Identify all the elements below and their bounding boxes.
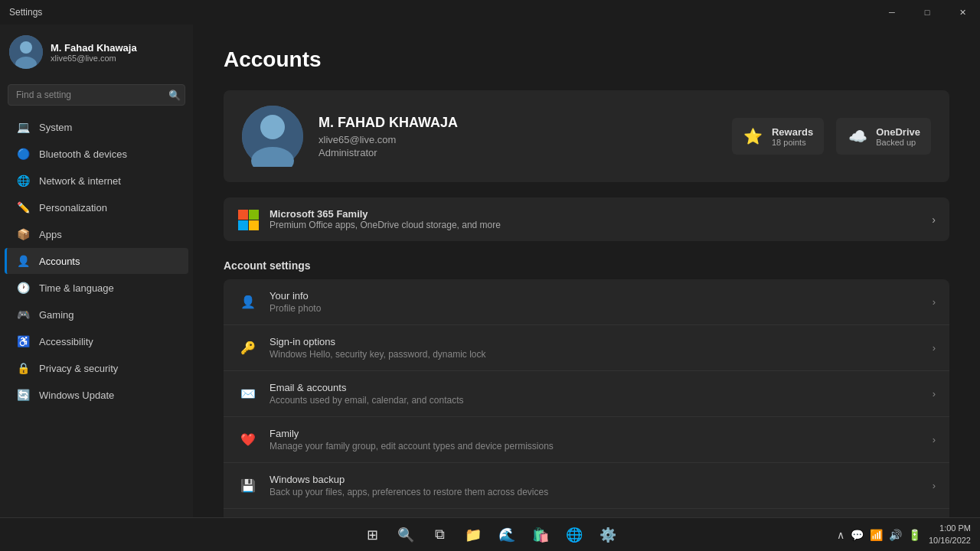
profile-details: M. FAHAD KHAWAJA xlive65@live.com Admini… [318, 115, 717, 158]
profile-role: Administrator [318, 147, 717, 158]
titlebar: Settings ─ □ ✕ [0, 0, 980, 24]
badge-onedrive-title: OneDrive [876, 126, 920, 138]
user-name: M. Fahad Khawaja [51, 42, 184, 54]
search-icon[interactable]: 🔍 [168, 90, 181, 101]
titlebar-controls: ─ □ ✕ [874, 0, 980, 24]
taskbar-icon-taskview[interactable]: ⧉ [425, 520, 454, 549]
maximize-button[interactable]: □ [910, 0, 945, 24]
sidebar-item-label: Accounts [39, 256, 80, 267]
sidebar-item-label: Windows Update [39, 390, 114, 401]
yourinfo-chevron-icon: › [933, 296, 936, 308]
settings-item-email[interactable]: ✉️ Email & accounts Accounts used by ema… [224, 371, 949, 417]
m365-chevron-icon: › [932, 214, 936, 226]
nav-container: 💻 System 🔵 Bluetooth & devices 🌐 Network… [0, 113, 193, 409]
taskbar-icon-fileexplorer[interactable]: 📁 [459, 520, 488, 549]
titlebar-title: Settings [9, 7, 42, 18]
systray-expand[interactable]: ∧ [835, 527, 846, 543]
systray: ∧ 💬 📶 🔊 🔋 [835, 527, 923, 543]
settings-item-backup[interactable]: 💾 Windows backup Back up your files, app… [224, 463, 949, 509]
sidebar: M. Fahad Khawaja xlive65@live.com 🔍 💻 Sy… [0, 24, 193, 517]
search-box: 🔍 [8, 84, 185, 106]
systray-network[interactable]: 📶 [868, 527, 884, 543]
windowsupdate-icon: 🔄 [16, 388, 30, 402]
backup-icon: 💾 [237, 475, 259, 497]
sidebar-item-accessibility[interactable]: ♿ Accessibility [5, 328, 188, 354]
badge-onedrive[interactable]: ☁️ OneDrive Backed up [836, 118, 931, 155]
sidebar-item-personalization[interactable]: ✏️ Personalization [5, 194, 188, 220]
account-settings-label: Account settings [224, 259, 949, 272]
apps-icon: 📦 [16, 227, 30, 241]
network-icon: 🌐 [16, 174, 30, 187]
yourinfo-sub: Profile photo [270, 303, 922, 314]
svg-point-4 [260, 115, 285, 139]
backup-chevron-icon: › [933, 480, 936, 491]
yourinfo-title: Your info [270, 290, 922, 302]
sidebar-item-bluetooth[interactable]: 🔵 Bluetooth & devices [5, 141, 188, 167]
systray-chat[interactable]: 💬 [849, 527, 865, 543]
bluetooth-icon: 🔵 [16, 147, 30, 161]
settings-item-yourinfo[interactable]: 👤 Your info Profile photo › [224, 279, 949, 325]
m365-sub: Premium Office apps, OneDrive cloud stor… [270, 220, 921, 230]
rewards-icon: ⭐ [743, 126, 764, 147]
family-sub: Manage your family group, edit account t… [270, 441, 922, 452]
system-icon: 💻 [16, 120, 30, 134]
taskbar-clock: 1:00 PM [929, 523, 971, 534]
taskbar-time[interactable]: 1:00 PM 10/16/2022 [929, 523, 971, 546]
profile-badges: ⭐ Rewards 18 points ☁️ OneDrive Backed u… [732, 118, 931, 155]
settings-item-family[interactable]: ❤️ Family Manage your family group, edit… [224, 417, 949, 463]
sidebar-item-label: Accessibility [39, 336, 93, 347]
close-button[interactable]: ✕ [945, 0, 980, 24]
user-profile[interactable]: M. Fahad Khawaja xlive65@live.com [0, 24, 193, 80]
page-title: Accounts [224, 47, 949, 72]
taskbar-center: ⊞🔍⧉📁🌊🛍️🌐⚙️ [358, 520, 622, 549]
email-title: Email & accounts [270, 382, 922, 393]
profile-email: xlive65@live.com [318, 134, 717, 145]
sidebar-item-time[interactable]: 🕐 Time & language [5, 275, 188, 301]
sidebar-item-accounts[interactable]: 👤 Accounts [5, 248, 188, 274]
gaming-icon: 🎮 [16, 308, 30, 321]
systray-volume[interactable]: 🔊 [887, 527, 903, 543]
systray-battery[interactable]: 🔋 [906, 527, 923, 543]
settings-item-otherusers[interactable]: 👥 Other users Device access, work or sch… [224, 509, 949, 517]
badge-rewards-sub: 18 points [772, 138, 813, 147]
accessibility-icon: ♿ [16, 334, 30, 348]
signin-sub: Windows Hello, security key, password, d… [270, 349, 922, 360]
svg-point-1 [20, 41, 32, 54]
taskbar-icon-start[interactable]: ⊞ [358, 520, 387, 549]
taskbar-icon-chrome[interactable]: 🌐 [560, 520, 589, 549]
taskbar-icon-store[interactable]: 🛍️ [526, 520, 555, 549]
sidebar-item-windowsupdate[interactable]: 🔄 Windows Update [5, 382, 188, 408]
badge-rewards[interactable]: ⭐ Rewards 18 points [732, 118, 824, 155]
personalization-icon: ✏️ [16, 201, 30, 214]
email-icon: ✉️ [237, 383, 259, 405]
signin-title: Sign-in options [270, 336, 922, 347]
sidebar-item-apps[interactable]: 📦 Apps [5, 221, 188, 247]
sidebar-item-system[interactable]: 💻 System [5, 114, 188, 140]
settings-item-signin[interactable]: 🔑 Sign-in options Windows Hello, securit… [224, 325, 949, 371]
profile-card: M. FAHAD KHAWAJA xlive65@live.com Admini… [224, 90, 949, 182]
m365-banner[interactable]: Microsoft 365 Family Premium Office apps… [224, 197, 949, 241]
svg-rect-6 [238, 210, 248, 220]
sidebar-item-gaming[interactable]: 🎮 Gaming [5, 302, 188, 328]
family-icon: ❤️ [237, 429, 259, 451]
sidebar-item-label: System [39, 122, 72, 133]
m365-info: Microsoft 365 Family Premium Office apps… [270, 208, 921, 230]
email-sub: Accounts used by email, calendar, and co… [270, 395, 922, 406]
time-icon: 🕐 [16, 281, 30, 295]
taskbar-icon-edge[interactable]: 🌊 [492, 520, 521, 549]
svg-rect-7 [249, 210, 259, 220]
profile-avatar [242, 106, 303, 167]
sidebar-item-privacy[interactable]: 🔒 Privacy & security [5, 355, 188, 381]
signin-chevron-icon: › [933, 342, 936, 354]
sidebar-item-label: Bluetooth & devices [39, 148, 127, 160]
sidebar-item-network[interactable]: 🌐 Network & internet [5, 168, 188, 194]
taskbar-icon-settings_tb[interactable]: ⚙️ [593, 520, 622, 549]
taskbar: ⊞🔍⧉📁🌊🛍️🌐⚙️ ∧ 💬 📶 🔊 🔋 1:00 PM 10/16/2022 [0, 517, 980, 551]
family-chevron-icon: › [933, 434, 936, 445]
sidebar-item-label: Gaming [39, 309, 74, 321]
taskbar-icon-search[interactable]: 🔍 [391, 520, 420, 549]
search-input[interactable] [8, 84, 185, 106]
minimize-button[interactable]: ─ [874, 0, 910, 24]
svg-rect-8 [238, 220, 248, 230]
privacy-icon: 🔒 [16, 361, 30, 375]
